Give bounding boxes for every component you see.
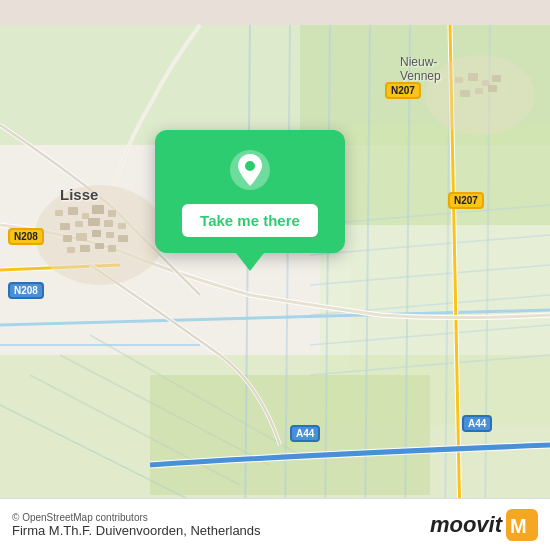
svg-rect-48 bbox=[95, 243, 104, 249]
svg-rect-56 bbox=[475, 88, 483, 94]
svg-rect-33 bbox=[82, 213, 89, 219]
svg-rect-37 bbox=[75, 221, 83, 227]
svg-rect-46 bbox=[67, 247, 75, 253]
moovit-logo: moovit M bbox=[430, 509, 538, 541]
road-badge-a44-2: A44 bbox=[462, 415, 492, 432]
take-me-there-button[interactable]: Take me there bbox=[182, 204, 318, 237]
svg-rect-31 bbox=[55, 210, 63, 216]
svg-rect-39 bbox=[104, 220, 113, 227]
map-container: N207 N207 N208 N208 A44 A44 Lisse Nieuw-… bbox=[0, 0, 550, 550]
svg-rect-47 bbox=[80, 245, 90, 252]
svg-rect-51 bbox=[455, 77, 463, 83]
road-badge-n208b: N208 bbox=[8, 282, 44, 299]
svg-rect-54 bbox=[492, 75, 501, 82]
location-name-label: Firma M.Th.F. Duivenvoorden, Netherlands bbox=[12, 523, 261, 538]
svg-text:M: M bbox=[510, 515, 527, 537]
svg-rect-55 bbox=[460, 90, 470, 97]
place-label-nieuw-vennep: Nieuw-Vennep bbox=[400, 55, 441, 84]
bottom-bar: © OpenStreetMap contributors Firma M.Th.… bbox=[0, 498, 550, 550]
svg-rect-57 bbox=[488, 85, 497, 92]
svg-rect-52 bbox=[468, 73, 478, 81]
road-badge-n207-mid: N207 bbox=[448, 192, 484, 209]
road-badge-n208-top: N208 bbox=[8, 228, 44, 245]
svg-rect-32 bbox=[68, 207, 78, 215]
svg-rect-42 bbox=[76, 233, 87, 241]
moovit-brand-text: moovit bbox=[430, 512, 502, 538]
svg-rect-35 bbox=[108, 210, 116, 217]
svg-rect-43 bbox=[92, 230, 101, 237]
place-label-lisse: Lisse bbox=[60, 186, 98, 203]
svg-rect-44 bbox=[106, 232, 114, 238]
svg-rect-41 bbox=[63, 235, 72, 242]
road-badge-n207-top: N207 bbox=[385, 82, 421, 99]
svg-rect-36 bbox=[60, 223, 70, 230]
popup-card: Take me there bbox=[155, 130, 345, 253]
map-background bbox=[0, 0, 550, 550]
svg-rect-49 bbox=[108, 245, 116, 252]
svg-rect-53 bbox=[482, 80, 489, 86]
svg-rect-38 bbox=[88, 218, 100, 226]
svg-rect-34 bbox=[92, 205, 104, 214]
location-pin-icon bbox=[228, 148, 272, 192]
moovit-icon: M bbox=[506, 509, 538, 541]
bottom-left-info: © OpenStreetMap contributors Firma M.Th.… bbox=[12, 512, 261, 538]
svg-point-59 bbox=[245, 161, 255, 171]
svg-point-50 bbox=[425, 55, 535, 135]
osm-attribution: © OpenStreetMap contributors bbox=[12, 512, 261, 523]
svg-rect-40 bbox=[118, 223, 126, 229]
svg-rect-45 bbox=[118, 235, 128, 242]
road-badge-a44-1: A44 bbox=[290, 425, 320, 442]
